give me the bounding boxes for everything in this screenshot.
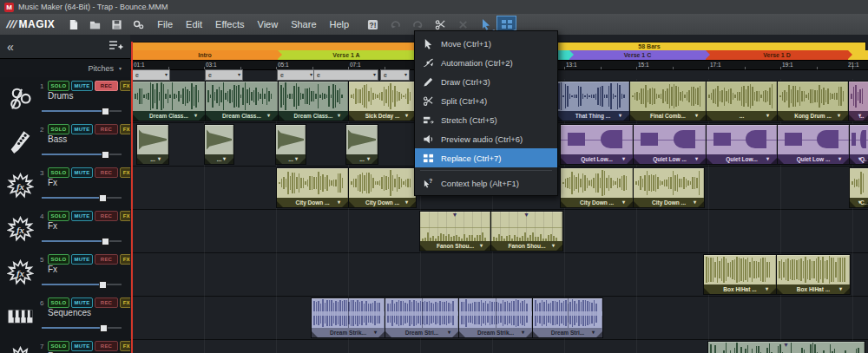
- audio-clip[interactable]: Dream Stri...▾: [532, 297, 603, 338]
- clip-fade-handle-right[interactable]: [452, 331, 458, 337]
- clip-fade-handle-right[interactable]: [372, 158, 378, 164]
- audio-clip[interactable]: ...▾: [706, 81, 778, 121]
- audio-clip[interactable]: Sick Delay ...▾: [348, 81, 417, 121]
- audio-clip[interactable]: Dream Class...▾: [278, 81, 349, 121]
- chevron-down-icon[interactable]: ▾: [338, 111, 340, 121]
- clip-fade-handle-left[interactable]: [777, 288, 783, 294]
- collapse-panel-button[interactable]: «: [7, 41, 14, 53]
- chevron-down-icon[interactable]: ▾: [695, 111, 698, 121]
- menu-item-automation[interactable]: Automation (Ctrl+2): [415, 53, 557, 72]
- clip-fade-handle-left[interactable]: [312, 331, 318, 337]
- audio-clip[interactable]: That Thing ...▾: [556, 81, 630, 121]
- track-2-volume-slider[interactable]: [0, 151, 130, 159]
- undo-icon[interactable]: [387, 17, 404, 32]
- track-7-fx-button[interactable]: FX▾: [120, 341, 130, 351]
- menubar-view[interactable]: View: [258, 19, 279, 29]
- audio-settings-icon[interactable]: [130, 17, 147, 32]
- clip-fade-handle-right[interactable]: [227, 158, 233, 164]
- track-5-header[interactable]: fx5SOLOMUTERECFX▾Fx: [0, 251, 130, 295]
- playhead-cursor[interactable]: [131, 42, 133, 353]
- clip-title-strip[interactable]: Quiet Low ...▾: [634, 154, 706, 164]
- clip-fade-handle-right[interactable]: [342, 201, 348, 207]
- menu-item-draw[interactable]: Draw (Ctrl+3): [415, 72, 557, 91]
- track-7-rec-button[interactable]: REC: [95, 341, 118, 351]
- clip-title-strip[interactable]: Quiet Low...▾: [707, 154, 777, 164]
- clip-fade-handle-right[interactable]: [272, 114, 278, 121]
- clip-title-strip[interactable]: ...▾: [346, 154, 378, 164]
- clip-title-strip[interactable]: Fanon Shou...▾: [491, 241, 562, 251]
- track-4-header[interactable]: fx4SOLOMUTERECFX▾Fx: [0, 207, 130, 252]
- chevron-down-icon[interactable]: ▾: [766, 111, 769, 121]
- clip-fade-handle-left[interactable]: [707, 114, 713, 121]
- clip-fade-handle-left[interactable]: [346, 158, 352, 164]
- track-2-mute-button[interactable]: MUTE: [71, 124, 93, 134]
- audio-clip[interactable]: ...▾: [204, 124, 234, 165]
- clip-title-strip[interactable]: Dream Class...▾: [206, 111, 278, 121]
- menubar-share[interactable]: Share: [291, 19, 316, 29]
- clip-fade-handle-left[interactable]: [634, 201, 640, 207]
- track-2-solo-button[interactable]: SOLO: [48, 124, 69, 134]
- audio-clip[interactable]: Quiet Low ...▾: [777, 124, 850, 165]
- clip-fade-handle-right[interactable]: [863, 158, 868, 164]
- chevron-down-icon[interactable]: ▾: [766, 154, 769, 164]
- audio-clip[interactable]: Box HiHat ...▾: [703, 254, 777, 295]
- menubar-file[interactable]: File: [157, 19, 173, 29]
- clip-fade-handle-left[interactable]: [561, 158, 567, 164]
- clip-fade-handle-right[interactable]: [199, 114, 205, 121]
- track-6-fx-button[interactable]: FX▾: [120, 297, 130, 308]
- audio-clip[interactable]: Box HiHat ...▾: [776, 254, 851, 295]
- track-4-fx-button[interactable]: FX▾: [120, 211, 130, 221]
- chevron-down-icon[interactable]: ▾: [552, 241, 555, 251]
- chevron-down-icon[interactable]: ▾: [405, 111, 408, 121]
- clip-title-strip[interactable]: Dream Strik...▾: [459, 328, 532, 337]
- clip-fade-handle-left[interactable]: [459, 331, 465, 337]
- clip-fade-handle-left[interactable]: [704, 288, 710, 294]
- track-4-rec-button[interactable]: REC: [95, 211, 118, 221]
- clip-title-strip[interactable]: Box HiHat ...▾: [777, 284, 850, 294]
- clip-title-strip[interactable]: Dream Strik...▾: [312, 328, 385, 337]
- chevron-down-icon[interactable]: ▾: [838, 154, 841, 164]
- track-5-fx-button[interactable]: FX▾: [120, 254, 130, 265]
- clip-fade-handle-left[interactable]: [277, 201, 283, 207]
- menu-item-preview[interactable]: Preview audio (Ctrl+6): [415, 129, 557, 148]
- audio-clip[interactable]: City Down ...▾: [633, 167, 705, 208]
- menubar-edit[interactable]: Edit: [186, 19, 202, 29]
- clip-title-strip[interactable]: City Down ...▾: [277, 198, 348, 207]
- chevron-down-icon[interactable]: ▾: [695, 154, 698, 164]
- clip-fade-handle-right[interactable]: [771, 114, 777, 121]
- clip-fade-handle-right[interactable]: [842, 114, 848, 121]
- menu-item-split[interactable]: Split (Ctrl+4): [415, 91, 557, 110]
- clip-fade-handle-left[interactable]: [850, 158, 856, 164]
- clip-fade-handle-left[interactable]: [850, 201, 856, 207]
- chevron-down-icon[interactable]: ▾: [480, 241, 483, 251]
- clip-fade-handle-right[interactable]: [484, 245, 490, 251]
- track-6-mute-button[interactable]: MUTE: [71, 297, 93, 308]
- track-5-volume-slider[interactable]: [0, 281, 130, 289]
- section-verse-1-d[interactable]: Verse 1 D: [706, 50, 848, 60]
- new-file-icon[interactable]: [65, 17, 82, 32]
- clip-fade-handle-right[interactable]: [627, 201, 633, 207]
- track-5-solo-button[interactable]: SOLO: [48, 254, 69, 265]
- clip-title-strip[interactable]: City Down ...▾: [634, 198, 704, 207]
- clip-fade-handle-left[interactable]: [133, 114, 139, 121]
- track-2-fx-button[interactable]: FX▾: [120, 124, 130, 134]
- clip-fade-handle-right[interactable]: [770, 288, 776, 294]
- clip-title-strip[interactable]: Box HiHat ...▾: [704, 284, 776, 294]
- track-4-solo-button[interactable]: SOLO: [48, 211, 69, 221]
- audio-clip[interactable]: ...▾: [275, 124, 306, 165]
- clip-fade-handle-left[interactable]: [206, 114, 212, 121]
- chevron-down-icon[interactable]: ▾: [858, 198, 861, 207]
- clip-title-strip[interactable]: ...▾: [137, 154, 168, 164]
- chevron-down-icon[interactable]: ▾: [522, 328, 524, 337]
- track-7-header[interactable]: fx7SOLOMUTERECFX▾Fx: [0, 337, 130, 353]
- chevron-down-icon[interactable]: ▾: [194, 111, 197, 121]
- clip-title-strip[interactable]: Sick Delay ...▾: [349, 111, 416, 121]
- track-6-header[interactable]: 6SOLOMUTERECFX▾Sequences: [0, 294, 130, 338]
- clip-fade-handle-left[interactable]: [630, 114, 636, 121]
- audio-clip[interactable]: Quiet Low...▾: [560, 124, 634, 165]
- track-5-mute-button[interactable]: MUTE: [71, 254, 93, 265]
- clip-fade-handle-left[interactable]: [420, 245, 426, 251]
- clip-fade-handle-right[interactable]: [863, 114, 868, 121]
- clip-title-strip[interactable]: Quiet Low ...▾: [778, 154, 849, 164]
- track-3-header[interactable]: fx3SOLOMUTERECFX▾Fx: [0, 164, 130, 208]
